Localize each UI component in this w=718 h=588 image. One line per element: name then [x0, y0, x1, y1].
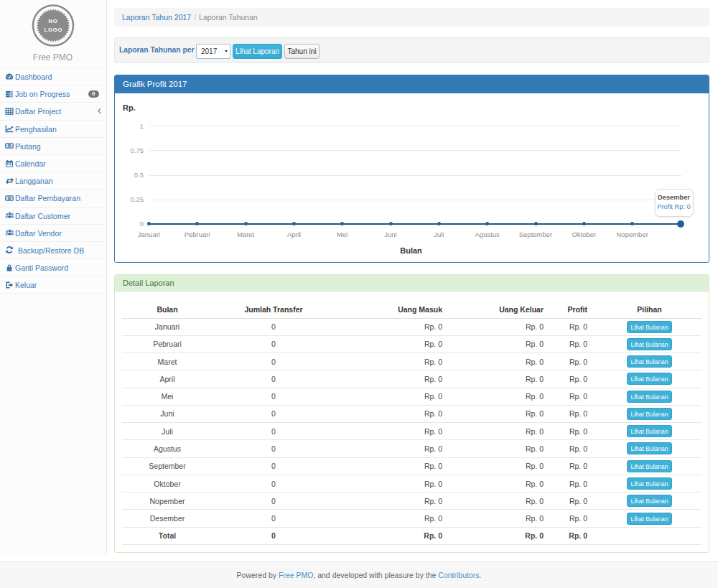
svg-text:NO: NO	[48, 18, 57, 24]
svg-text:LOGO: LOGO	[44, 27, 62, 33]
